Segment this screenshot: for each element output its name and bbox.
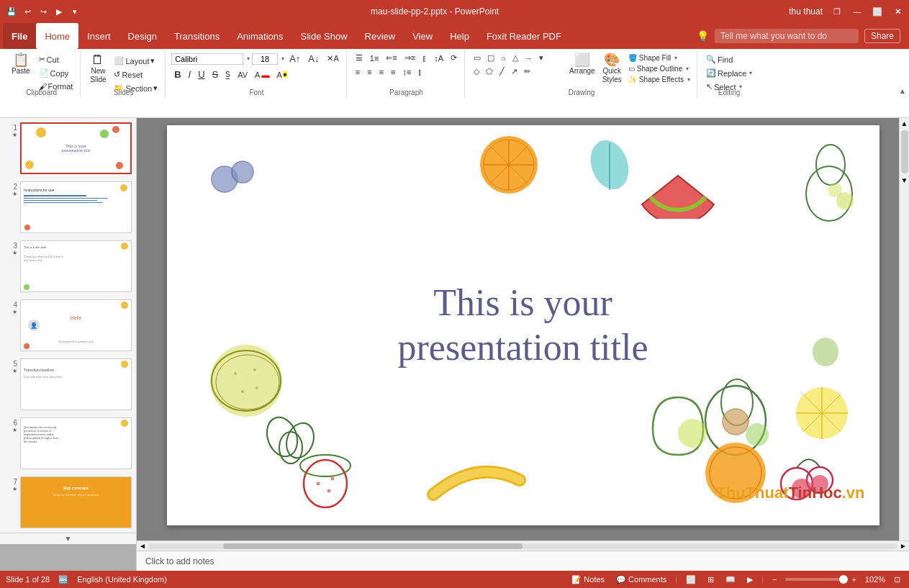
slide-image-5[interactable]: Transition headline Let's talk a bit mor… [20,358,132,410]
maximize-icon[interactable]: ⬜ [872,6,883,17]
decrease-font-button[interactable]: A↓ [305,52,322,65]
slide-image-3[interactable]: This is a title slide Thank you there is… [20,240,132,292]
strikethrough-button[interactable]: S [209,68,222,81]
menu-slideshow[interactable]: Slide Show [292,23,356,49]
shape-pentagon[interactable]: ⬠ [483,65,496,78]
ribbon-collapse-button[interactable]: ▲ [899,87,906,95]
slides-label[interactable]: Slides [82,89,165,96]
redo-icon[interactable]: ↪ [37,6,49,17]
shape-line[interactable]: ╱ [497,65,507,78]
reading-view-button[interactable]: 📖 [723,575,738,584]
menu-file[interactable]: File [3,23,36,49]
clear-format-button[interactable]: ✕A [324,53,341,65]
cut-button[interactable]: ✂ Cut [36,53,76,65]
shadow-button[interactable]: S̲ [222,68,233,81]
shape-rectangle[interactable]: ▭ [471,52,484,64]
bold-button[interactable]: B [171,68,184,81]
close-icon[interactable]: ✕ [892,6,903,17]
slide-canvas[interactable]: This is your presentation title ThuThuat… [167,125,879,525]
slide-thumb-5[interactable]: 5 ★ Transition headline Let's talk a bit… [3,357,133,412]
zoom-out-button[interactable]: − [769,575,779,584]
shape-connector[interactable]: ↗ [508,65,520,78]
increase-font-button[interactable]: A↑ [286,52,303,65]
slide-thumb-2[interactable]: 2 ★ Instructions for use [3,180,133,235]
replace-button[interactable]: 🔄 Replace ▾ [703,67,755,79]
menu-insert[interactable]: Insert [78,23,119,49]
spelling-icon[interactable]: 🔤 [58,575,68,584]
scroll-thumb-h[interactable] [223,543,523,549]
paste-button[interactable]: 📋 Paste [7,52,35,76]
fit-window-button[interactable]: ⊡ [891,575,903,584]
copy-button[interactable]: 📄 Copy [36,67,76,79]
decrease-indent-button[interactable]: ⇐≡ [383,52,399,64]
customize-icon[interactable]: ▾ [69,6,81,17]
font-name-dropdown[interactable]: ▾ [247,55,250,62]
scroll-up-button[interactable]: ▲ [900,118,909,129]
shape-freeform[interactable]: ✏ [521,65,533,78]
editing-label[interactable]: Editing [699,89,759,96]
font-size-dropdown[interactable]: ▾ [281,55,284,62]
convert-smartart-button[interactable]: ⟳ [448,52,460,64]
arrange-button[interactable]: ⬜ Arrange [566,52,598,76]
shape-circle[interactable]: ○ [498,52,509,64]
slide-thumb-3[interactable]: 3 ★ This is a title slide Thank you ther… [3,239,133,294]
notes-button[interactable]: 📝 Notes [569,575,607,584]
shapes-more[interactable]: ▾ [536,52,546,64]
save-icon[interactable]: 💾 [6,6,17,17]
font-color-button[interactable]: A▬ [252,69,272,81]
menu-help[interactable]: Help [441,23,478,49]
shape-rounded-rect[interactable]: ▢ [484,52,497,64]
slide-image-4[interactable]: 👤 Hello Training and Inspiration you [20,299,132,351]
font-label[interactable]: Font [167,89,346,96]
align-center-button[interactable]: ≡ [364,66,374,78]
shape-diamond[interactable]: ◇ [471,65,482,78]
share-button[interactable]: Share [864,29,900,43]
bullets-button[interactable]: ☰ [353,52,366,64]
paragraph-label[interactable]: Paragraph [348,89,464,96]
menu-view[interactable]: View [404,23,441,49]
slide-thumb-7[interactable]: 7 ★ Big concept Bring the attention of y… [3,475,133,530]
align-left-button[interactable]: ≡ [353,66,363,78]
font-size-input[interactable] [252,53,278,65]
numbering-button[interactable]: 1≡ [367,52,382,64]
scroll-right-button[interactable]: ► [897,542,909,550]
increase-indent-button[interactable]: ⇒≡ [402,52,418,64]
slideshow-button[interactable]: ▶ [744,575,756,584]
font-name-input[interactable] [171,53,243,65]
underline-button[interactable]: U [195,68,207,81]
reset-button[interactable]: ↺ Reset [111,68,160,81]
text-direction-button[interactable]: ↕A [431,52,446,64]
clipboard-label[interactable]: Clipboard [3,89,80,96]
line-spacing-button[interactable]: ↕≡ [400,66,415,78]
add-remove-columns-button[interactable]: ⫿ [415,66,425,78]
shape-triangle[interactable]: △ [510,52,521,64]
minimize-icon[interactable]: — [851,6,863,17]
slide-thumb-6[interactable]: 6 ★ Quotations are commonly printed as a… [3,416,133,471]
menu-home[interactable]: Home [36,23,78,49]
text-highlight-button[interactable]: A■ [273,69,289,81]
undo-icon[interactable]: ↩ [22,6,33,17]
slide-thumb-4[interactable]: 4 ★ 👤 Hello Training and Inspiration you [3,298,133,353]
shape-arrow[interactable]: → [522,52,535,64]
columns-button[interactable]: ⫿ [420,52,430,64]
shape-fill-button[interactable]: 🪣 Shape Fill ▾ [626,53,692,63]
slide-thumb-1[interactable]: 1 ★ This is yourpresentation title [3,121,133,176]
slide-image-6[interactable]: Quotations are commonly printed as a mea… [20,417,132,469]
shape-outline-button[interactable]: ▭ Shape Outline ▾ [626,64,692,73]
scroll-down-button[interactable]: ▼ [900,175,909,186]
menu-animations[interactable]: Animations [228,23,291,49]
drawing-label[interactable]: Drawing [466,89,697,96]
justify-button[interactable]: ≡ [388,66,398,78]
slide-panel-scroll-down[interactable]: ▼ [65,535,72,543]
zoom-thumb[interactable] [839,575,848,584]
zoom-in-button[interactable]: + [849,575,859,584]
italic-button[interactable]: I [186,68,194,81]
slide-sorter-button[interactable]: ⊞ [705,575,717,584]
zoom-slider[interactable] [785,578,843,581]
shape-effects-button[interactable]: ✨ Shape Effects ▾ [626,75,692,84]
char-spacing-button[interactable]: AV [235,69,250,81]
comments-button[interactable]: 💬 Comments [613,575,669,584]
menu-transitions[interactable]: Transitions [166,23,228,49]
quick-styles-button[interactable]: 🎨 Quick Styles [600,52,625,85]
slide-image-1[interactable]: This is yourpresentation title [20,122,132,174]
